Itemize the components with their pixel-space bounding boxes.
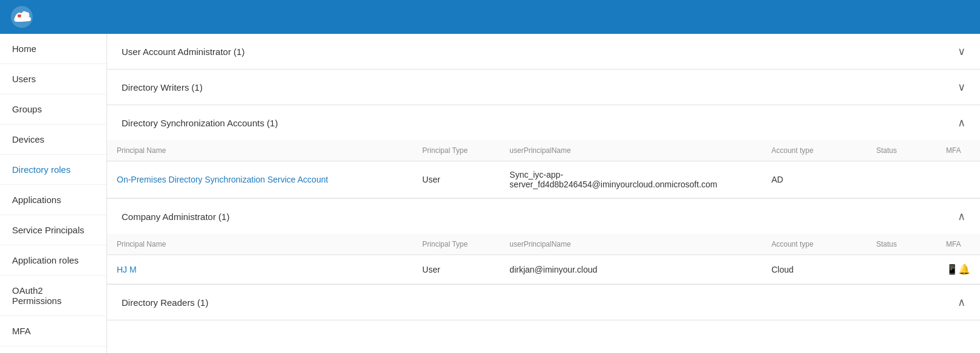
chevron-down-icon: ∨ [958,45,965,58]
principal-type-cell: User [413,161,500,198]
sidebar-item-devices[interactable]: Devices [0,125,106,155]
app-header [0,0,980,34]
status-cell [866,255,936,284]
chevron-up-icon: ∧ [958,296,965,309]
principal-name-cell[interactable]: On-Premises Directory Synchronization Se… [107,161,413,198]
logo-area [10,5,970,29]
upn-cell: dirkjan@iminyour.cloud [500,255,762,284]
main-layout: HomeUsersGroupsDevicesDirectory rolesApp… [0,34,980,353]
table-row: HJ MUserdirkjan@iminyour.cloudCloud📱🔔 [107,255,980,284]
account-type-cell: Cloud [762,255,866,284]
role-section-header-directory-writers[interactable]: Directory Writers (1)∨ [107,70,980,105]
chevron-up-icon: ∧ [958,210,965,223]
sidebar-item-mfa[interactable]: MFA [0,316,106,346]
upn-cell: Sync_iyc-app-server_fd4d8b246454@iminyou… [500,161,762,198]
mfa-cell: 📱🔔 [936,255,980,284]
app-logo-icon [10,5,34,29]
role-section-header-directory-readers[interactable]: Directory Readers (1)∧ [107,285,980,320]
role-section-company-admin: Company Administrator (1)∧Principal Name… [107,199,980,285]
mfa-cell [936,161,980,198]
main-content: User Account Administrator (1)∨Directory… [107,34,980,353]
role-title-directory-readers: Directory Readers (1) [122,297,208,308]
col-header-account-type: Account type [762,140,866,161]
col-header-mfa: MFA [936,234,980,255]
chevron-down-icon: ∨ [958,80,965,94]
col-header-account-type: Account type [762,234,866,255]
col-header-principal-name: Principal Name [107,140,413,161]
role-section-user-account-admin: User Account Administrator (1)∨ [107,34,980,70]
account-type-cell: AD [762,161,866,198]
col-header-mfa: MFA [936,140,980,161]
role-title-directory-writers: Directory Writers (1) [122,82,203,92]
role-table-company-admin: Principal NamePrincipal TypeuserPrincipa… [107,234,980,284]
sidebar: HomeUsersGroupsDevicesDirectory rolesApp… [0,34,107,353]
role-title-user-account-admin: User Account Administrator (1) [122,47,244,57]
chevron-up-icon: ∧ [958,116,965,129]
role-title-company-admin: Company Administrator (1) [122,212,229,222]
sidebar-item-service-principals[interactable]: Service Principals [0,215,106,245]
role-table-directory-sync-accounts: Principal NamePrincipal TypeuserPrincipa… [107,140,980,198]
sidebar-item-home[interactable]: Home [0,34,106,64]
role-section-directory-writers: Directory Writers (1)∨ [107,70,980,105]
role-section-directory-sync-accounts: Directory Synchronization Accounts (1)∧P… [107,105,980,199]
col-header-principal-name: Principal Name [107,234,413,255]
role-section-directory-readers: Directory Readers (1)∧ [107,285,980,320]
role-title-directory-sync-accounts: Directory Synchronization Accounts (1) [122,118,278,128]
mfa-icons: 📱🔔 [946,264,970,275]
col-header-userprincipalname: userPrincipalName [500,234,762,255]
sidebar-item-directory-roles[interactable]: Directory roles [0,155,106,185]
sidebar-item-users[interactable]: Users [0,64,106,94]
sidebar-item-groups[interactable]: Groups [0,94,106,125]
col-header-principal-type: Principal Type [413,140,500,161]
col-header-status: Status [866,140,936,161]
table-row: On-Premises Directory Synchronization Se… [107,161,980,198]
col-header-userprincipalname: userPrincipalName [500,140,762,161]
sidebar-item-applications[interactable]: Applications [0,185,106,215]
role-section-header-company-admin[interactable]: Company Administrator (1)∧ [107,199,980,234]
status-cell [866,161,936,198]
role-section-header-user-account-admin[interactable]: User Account Administrator (1)∨ [107,34,980,69]
sidebar-item-application-roles[interactable]: Application roles [0,245,106,276]
principal-name-cell[interactable]: HJ M [107,255,413,284]
principal-type-cell: User [413,255,500,284]
sidebar-item-oauth2-permissions[interactable]: OAuth2 Permissions [0,276,106,316]
role-section-header-directory-sync-accounts[interactable]: Directory Synchronization Accounts (1)∧ [107,105,980,140]
col-header-principal-type: Principal Type [413,234,500,255]
col-header-status: Status [866,234,936,255]
